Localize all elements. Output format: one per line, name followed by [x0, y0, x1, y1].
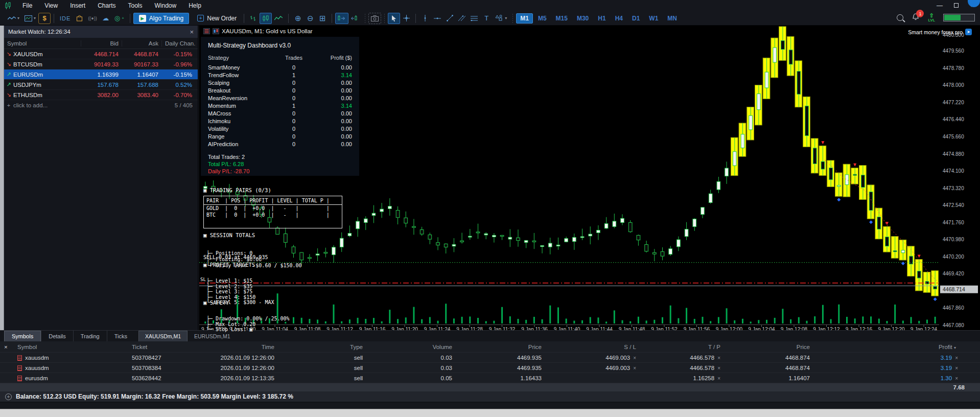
remove-tp-icon[interactable]: ×	[714, 376, 720, 381]
col-volume[interactable]: Volume	[367, 344, 456, 350]
strategy-profit: 0.00	[308, 141, 352, 148]
market-watch-row[interactable]: ↘ XAUUSDm 4468.714 4468.874 -0.15%	[4, 49, 198, 59]
chart-candle-icon[interactable]	[213, 28, 219, 34]
col-ask[interactable]: Ask	[122, 40, 161, 47]
menu-item[interactable]: Tools	[122, 1, 149, 10]
menu-item[interactable]: Window	[149, 1, 183, 10]
community-icon[interactable]: ◎+	[112, 13, 127, 24]
close-panel-icon[interactable]: ×	[0, 344, 13, 350]
trade-row[interactable]: eurusdm 503628442 2026.01.09 12:13:35 se…	[0, 373, 980, 383]
market-watch-row[interactable]: ↗ EURUSDm 1.16399 1.16407 -0.15%	[4, 70, 198, 80]
remove-tp-icon[interactable]: ×	[714, 365, 720, 371]
search-icon[interactable]	[897, 14, 903, 21]
crosshair-button[interactable]	[400, 13, 412, 24]
market-watch-close-icon[interactable]: ×	[190, 28, 194, 36]
zoom-in-button[interactable]: ⊕	[292, 13, 304, 24]
cursor-button[interactable]	[388, 13, 400, 24]
cloud-icon[interactable]: ☁	[100, 13, 112, 24]
trading-pairs-title: ▣ TRADING PAIRS (0/3)	[203, 187, 271, 193]
trade-open-price: 4469.935	[456, 355, 546, 361]
col-sl[interactable]: S / L	[546, 344, 640, 350]
col-symbol[interactable]: Symbol	[13, 344, 128, 350]
shapes-tool[interactable]: ▾	[493, 13, 509, 24]
new-order-button[interactable]: + New Order	[193, 13, 241, 24]
col-symbol[interactable]: Symbol	[4, 40, 81, 47]
text-tool[interactable]: T	[480, 13, 493, 24]
chart-shift-button[interactable]	[348, 13, 362, 24]
col-price[interactable]: Price	[456, 344, 546, 350]
panel-gap	[0, 403, 980, 409]
screenshot-camera-button[interactable]	[368, 13, 381, 24]
remove-sl-icon[interactable]	[633, 376, 636, 381]
col-time[interactable]: Time	[209, 344, 278, 350]
market-watch-row[interactable]: ↘ BTCUSDm 90149.33 90167.33 -0.96%	[4, 59, 198, 70]
vertical-line-tool[interactable]	[419, 13, 431, 24]
horizontal-line-tool[interactable]	[431, 13, 444, 24]
timeframe-button[interactable]: M15	[552, 13, 572, 24]
chart-profile-button[interactable]: ▾	[22, 13, 38, 24]
market-watch-row[interactable]: ↘ ETHUSDm 3082.00 3083.40 -0.70%	[4, 90, 198, 100]
line-chart-button[interactable]	[272, 13, 285, 24]
timeframe-button[interactable]: M30	[573, 13, 593, 24]
market-watch-row[interactable]: ↗ USDJPYm 157.678 157.688 0.52%	[4, 80, 198, 90]
auto-scroll-button[interactable]	[335, 13, 348, 24]
col-type[interactable]: Type	[278, 344, 367, 350]
close-position-icon[interactable]: ×	[952, 355, 958, 361]
remove-tp-icon[interactable]: ×	[714, 355, 720, 361]
signals-icon[interactable]: ((●))	[85, 13, 99, 24]
bar-chart-button[interactable]	[247, 13, 260, 24]
trade-row[interactable]: xauusdm 503708384 2026.01.09 12:26:00 se…	[0, 363, 980, 373]
fibonacci-tool[interactable]	[468, 13, 480, 24]
market-watch-tab[interactable]: Symbols	[4, 331, 41, 341]
menu-item[interactable]: Help	[182, 1, 207, 10]
col-current-price[interactable]: Price	[725, 344, 814, 350]
market-bag-icon[interactable]	[73, 13, 85, 24]
market-watch-tab[interactable]: Trading	[73, 331, 107, 341]
balance-plus-icon[interactable]: +	[5, 393, 12, 400]
menu-item[interactable]: Insert	[64, 1, 91, 10]
maximize-button[interactable]	[952, 2, 960, 9]
channel-tool[interactable]	[456, 13, 468, 24]
menu-item[interactable]: Charts	[91, 1, 122, 10]
candlestick-chart-button[interactable]	[260, 13, 272, 24]
ide-button[interactable]: IDE	[57, 13, 73, 24]
col-profit[interactable]: Profit ▾	[814, 344, 967, 350]
menu-item[interactable]: View	[38, 1, 64, 10]
notifications-bell-icon[interactable]: 1	[912, 13, 920, 22]
strategy-name: TrendFollow	[208, 72, 279, 79]
timeframe-button[interactable]: MN	[663, 13, 681, 24]
col-bid[interactable]: Bid	[81, 40, 122, 47]
minimize-button[interactable]: —	[936, 2, 943, 9]
trendline-tool[interactable]	[444, 13, 456, 24]
chart-list-icon[interactable]	[203, 28, 210, 34]
close-position-icon[interactable]: ×	[952, 365, 958, 371]
col-ticket[interactable]: Ticket	[128, 344, 209, 350]
zoom-out-button[interactable]: ⊖	[304, 13, 316, 24]
y-axis-tick: 4474.100	[943, 168, 964, 174]
timeframe-button[interactable]: H4	[611, 13, 627, 24]
symbol-name: USDJPYm	[13, 82, 81, 88]
col-daily-change[interactable]: Daily Chan...	[161, 40, 195, 47]
chart-tab[interactable]: XAUUSDm,M1	[138, 331, 188, 341]
menu-item[interactable]: File	[16, 1, 38, 10]
remove-sl-icon[interactable]: ×	[630, 355, 636, 361]
timeframe-button[interactable]: M1	[516, 13, 533, 24]
algo-trading-button[interactable]: ▶ Algo Trading	[133, 13, 189, 24]
remove-sl-icon[interactable]: ×	[630, 365, 636, 371]
trade-symbol: eurusdm	[13, 375, 128, 381]
click-to-add-row[interactable]: + click to add... 5 / 405	[4, 100, 198, 110]
trade-row[interactable]: xauusdm 503708427 2026.01.09 12:26:00 se…	[0, 353, 980, 363]
close-position-icon[interactable]: ×	[952, 376, 958, 381]
timeframe-button[interactable]: D1	[628, 13, 644, 24]
tile-windows-button[interactable]: ⊞	[316, 13, 329, 24]
quotes-button[interactable]: $	[38, 13, 51, 24]
timeframe-button[interactable]: M5	[534, 13, 551, 24]
market-watch-tab[interactable]: Ticks	[107, 331, 134, 341]
market-watch-tab[interactable]: Details	[41, 331, 73, 341]
chart-line-style-button[interactable]: ▾	[5, 13, 22, 24]
timeframe-button[interactable]: W1	[645, 13, 662, 24]
timeframe-button[interactable]: H1	[594, 13, 610, 24]
col-tp[interactable]: T / P	[640, 344, 725, 350]
level-icon[interactable]: ⇧LVL	[928, 13, 935, 22]
strategy-name: SmartMoney	[208, 64, 279, 72]
